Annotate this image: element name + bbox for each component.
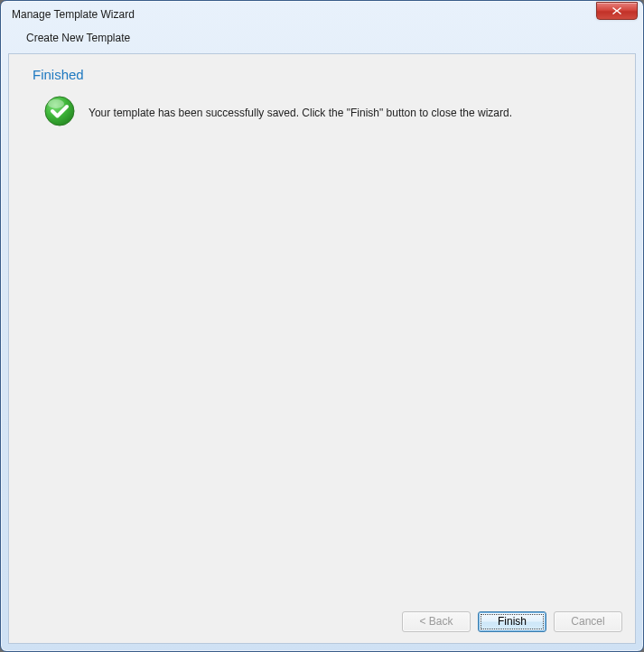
back-button: < Back — [402, 611, 471, 632]
cancel-button: Cancel — [554, 611, 622, 632]
svg-point-1 — [48, 99, 64, 108]
window-title: Manage Template Wizard — [12, 8, 596, 21]
close-button[interactable] — [596, 2, 638, 20]
button-bar: < Back Finish Cancel — [9, 600, 635, 643]
success-message: Your template has been successfully save… — [89, 107, 512, 119]
success-icon — [43, 95, 76, 130]
wizard-subtitle: Create New Template — [1, 28, 643, 53]
close-icon — [611, 6, 622, 15]
message-row: Your template has been successfully save… — [33, 91, 611, 130]
finish-button[interactable]: Finish — [478, 611, 546, 632]
wizard-window: Manage Template Wizard Create New Templa… — [0, 0, 644, 652]
page-heading: Finished — [33, 67, 611, 82]
title-bar[interactable]: Manage Template Wizard — [1, 1, 643, 28]
content-panel: Finished — [8, 53, 636, 644]
content-body: Finished — [9, 54, 635, 600]
